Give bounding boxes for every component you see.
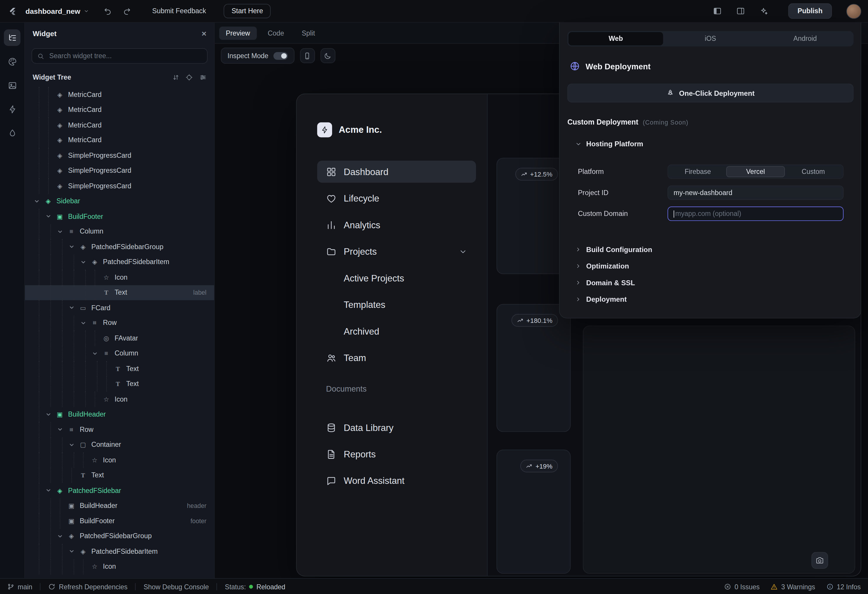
chevron-down-icon[interactable] [46, 209, 56, 224]
tree-item-buildheader[interactable]: ▣BuildHeaderheader [25, 498, 214, 514]
target-icon[interactable] [185, 74, 193, 81]
rail-image-button[interactable] [4, 77, 21, 94]
sort-icon[interactable] [172, 74, 179, 81]
show-debug-console-button[interactable]: Show Debug Console [143, 583, 209, 591]
nav-item-team[interactable]: Team [317, 347, 476, 369]
panel-right-button[interactable] [733, 3, 748, 19]
tab-split[interactable]: Split [295, 27, 322, 40]
rail-zap-button[interactable] [4, 101, 21, 118]
nav-item-archived[interactable]: Archived [317, 320, 476, 342]
start-here-button[interactable]: Start Here [224, 4, 271, 18]
publish-button[interactable]: Publish [788, 3, 832, 19]
tree-item-text[interactable]: TText [25, 376, 214, 392]
tree-item-metriccard[interactable]: ◈MetricCard [25, 102, 214, 118]
deploy-section-build-configuration[interactable]: Build Configuration [559, 241, 861, 258]
tree-item-icon[interactable]: ☆Icon [25, 559, 214, 574]
tree-item-patchedfsidebar[interactable]: ◈PatchedFSidebar [25, 483, 214, 498]
chevron-down-icon[interactable] [69, 239, 79, 254]
project-id-input[interactable]: my-new-dashboard [667, 185, 843, 200]
deploy-tab-ios[interactable]: iOS [663, 32, 757, 45]
user-avatar[interactable] [846, 3, 861, 19]
tree-item-simpleprogresscard[interactable]: ◈SimpleProgressCard [25, 148, 214, 163]
tree-item-buildfooter[interactable]: ▣BuildFooter [25, 209, 214, 224]
tree-item-simpleprogresscard[interactable]: ◈SimpleProgressCard [25, 163, 214, 178]
nav-item-dashboard[interactable]: Dashboard [317, 161, 476, 183]
nav-item-reports[interactable]: Reports [317, 443, 476, 465]
hosting-platform-section[interactable]: Hosting Platform [575, 140, 861, 148]
deploy-section-domain-ssl[interactable]: Domain & SSL [559, 274, 861, 291]
redo-button[interactable] [119, 3, 134, 19]
tree-item-favatar[interactable]: ◎FAvatar [25, 331, 214, 346]
refresh-dependencies-button[interactable]: Refresh Dependencies [49, 583, 128, 591]
chevron-down-icon[interactable] [34, 194, 44, 209]
tree-item-row[interactable]: ≡Row [25, 422, 214, 437]
tree-item-icon[interactable]: ☆Icon [25, 452, 214, 468]
device-preview-button[interactable] [300, 48, 315, 63]
tree-item-metriccard[interactable]: ◈MetricCard [25, 133, 214, 148]
rail-layers-button[interactable] [4, 30, 21, 46]
ai-sparkles-button[interactable] [756, 3, 772, 19]
platform-option-custom[interactable]: Custom [785, 166, 842, 177]
tree-item-sidebar[interactable]: ◈Sidebar [25, 194, 214, 209]
one-click-deployment-button[interactable]: One-Click Deployment [567, 84, 853, 102]
chevron-down-icon[interactable] [57, 224, 67, 239]
rail-droplet-button[interactable] [4, 124, 21, 141]
tree-item-row[interactable]: ≡Row [25, 316, 214, 331]
tree-item-buildfooter[interactable]: ▣BuildFooterfooter [25, 513, 214, 529]
nav-item-word-assistant[interactable]: Word Assistant [317, 470, 476, 492]
tree-item-metriccard[interactable]: ◈MetricCard [25, 118, 214, 133]
search-input[interactable] [48, 52, 202, 60]
panel-left-button[interactable] [709, 3, 725, 19]
warnings-counter[interactable]: 3 Warnings [771, 583, 815, 591]
tree-item-metriccard[interactable]: ◈MetricCard [25, 87, 214, 102]
tree-item-patchedfsidebaritem[interactable]: ◈PatchedFSidebarItem [25, 544, 214, 559]
tree-item-patchedfsidebargroup[interactable]: ◈PatchedFSidebarGroup [25, 239, 214, 254]
tree-item-simpleprogresscard[interactable]: ◈SimpleProgressCard [25, 178, 214, 194]
chevron-down-icon[interactable] [69, 300, 79, 316]
rail-palette-button[interactable] [4, 53, 21, 70]
tree-item-column[interactable]: ≡Column [25, 346, 214, 361]
nav-item-lifecycle[interactable]: Lifecycle [317, 187, 476, 209]
tree-item-patchedfsidebargroup[interactable]: ◈PatchedFSidebarGroup [25, 529, 214, 544]
nav-item-analytics[interactable]: Analytics [317, 214, 476, 236]
issues-counter[interactable]: 0 Issues [724, 583, 760, 591]
tree-item-text[interactable]: TText [25, 361, 214, 376]
tree-item-icon[interactable]: ☆Icon [25, 392, 214, 407]
chevron-down-icon[interactable] [69, 437, 79, 452]
nav-item-projects[interactable]: Projects [317, 240, 476, 262]
chevron-down-icon[interactable] [80, 254, 90, 270]
inspect-mode-toggle[interactable] [273, 52, 288, 59]
deploy-tab-android[interactable]: Android [758, 32, 852, 45]
platform-option-vercel[interactable]: Vercel [726, 166, 785, 177]
dark-mode-button[interactable] [320, 48, 335, 63]
tree-item-text[interactable]: TTextlabel [25, 285, 214, 300]
close-icon[interactable]: × [202, 29, 207, 37]
screenshot-button[interactable] [811, 552, 828, 569]
deploy-tab-web[interactable]: Web [568, 32, 663, 45]
deploy-section-optimization[interactable]: Optimization [559, 258, 861, 274]
chevron-down-icon[interactable] [46, 483, 56, 498]
chevron-down-icon[interactable] [80, 316, 90, 331]
platform-option-firebase[interactable]: Firebase [669, 166, 726, 177]
submit-feedback-button[interactable]: Submit Feedback [146, 4, 211, 18]
tree-item-text[interactable]: TText [25, 468, 214, 483]
project-selector[interactable]: dashboard_new [22, 5, 92, 17]
nav-item-data-library[interactable]: Data Library [317, 417, 476, 439]
tree-item-column[interactable]: ≡Column [25, 224, 214, 239]
deploy-section-deployment[interactable]: Deployment [559, 291, 861, 307]
sliders-icon[interactable] [199, 74, 207, 81]
chevron-down-icon[interactable] [69, 544, 79, 559]
tree-item-fcard[interactable]: ▭FCard [25, 300, 214, 316]
tree-item-buildheader[interactable]: ▣BuildHeader [25, 407, 214, 422]
chevron-down-icon[interactable] [57, 422, 67, 437]
chevron-down-icon[interactable] [57, 529, 67, 544]
tree-item-container[interactable]: ▢Container [25, 437, 214, 452]
tab-code[interactable]: Code [261, 27, 291, 40]
nav-item-active-projects[interactable]: Active Projects [317, 267, 476, 289]
chevron-down-icon[interactable] [46, 407, 56, 422]
git-branch-indicator[interactable]: main [7, 583, 32, 591]
nav-item-templates[interactable]: Templates [317, 294, 476, 316]
tab-preview[interactable]: Preview [219, 27, 257, 40]
custom-domain-input[interactable]: myapp.com (optional) [667, 207, 843, 221]
widget-search[interactable] [31, 48, 207, 64]
